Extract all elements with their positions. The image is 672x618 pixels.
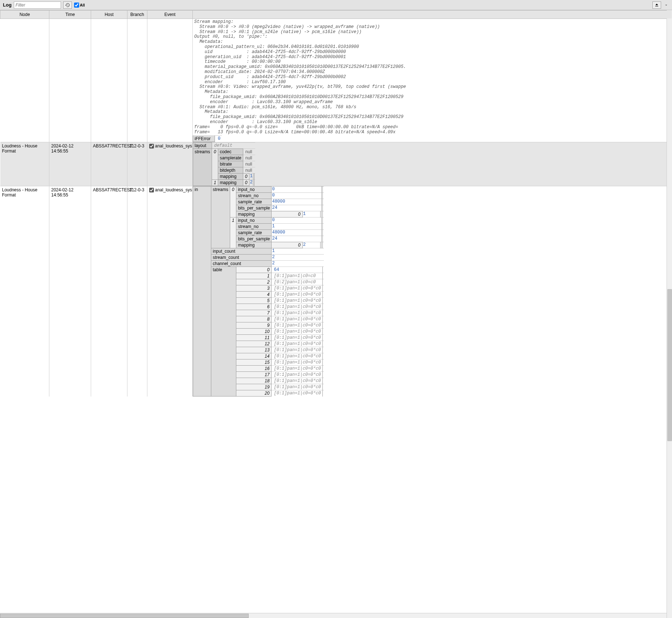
cell xyxy=(0,19,49,142)
log-table-container[interactable]: NodeTimeHostBranchEvent Stream mapping: … xyxy=(0,10,672,618)
column-header[interactable]: Event xyxy=(147,11,193,19)
table-row-index: 20 xyxy=(236,390,272,397)
property-key: bits_per_sample xyxy=(236,236,272,242)
table-row-index: 13 xyxy=(236,347,272,353)
table-row-index: 5 xyxy=(236,298,272,304)
table-row-value: [0:1]pan=1|c0=0*c0 xyxy=(272,316,323,322)
property-value: 48000 xyxy=(272,230,322,236)
eject-button[interactable] xyxy=(652,1,661,9)
count-key: stream_count xyxy=(211,255,272,261)
property-value: 0 xyxy=(272,193,322,199)
table-row-index: 0 xyxy=(236,267,272,273)
table-row: Loudness - House Format2024-02-12 14:56:… xyxy=(0,186,672,397)
cell: 2024-02-12 14:56:55 xyxy=(49,186,91,397)
property-key: sample_rate xyxy=(236,199,272,205)
table-row-index: 12 xyxy=(236,341,272,347)
table-row-value: [0:1]pan=1|c0=0*c0 xyxy=(272,359,323,366)
table-row-index: 4 xyxy=(236,292,272,298)
column-header[interactable]: Branch xyxy=(127,11,147,19)
menu-dropdown-button[interactable] xyxy=(663,1,669,9)
table-row-value: [0:1]pan=1|c0=0*c0 xyxy=(272,353,323,359)
eject-icon xyxy=(654,3,659,8)
property-key: mapping xyxy=(218,174,243,180)
table-row-index: 17 xyxy=(236,372,272,378)
mapping-value: 1 xyxy=(302,211,320,217)
mapping-index: 0 xyxy=(272,211,302,217)
table-row-index: 19 xyxy=(236,384,272,390)
count-value: 2 xyxy=(272,261,324,267)
property-value: 24 xyxy=(272,236,322,242)
count-value: 2 xyxy=(272,255,324,261)
cell: Loudness - House Format xyxy=(0,186,49,397)
cell: Loudness - House Format xyxy=(0,142,49,186)
vertical-scrollbar[interactable]: ▲ xyxy=(667,10,672,618)
table-row-value: [0:2]pan=1|c0=c0 xyxy=(272,279,323,285)
property-value: null xyxy=(243,149,255,155)
toolbar: Log All xyxy=(0,0,672,10)
mapping-index: 0 xyxy=(272,242,302,248)
table-row-value: [0:1]pan=1|c0=0*c0 xyxy=(272,292,323,298)
log-title: Log xyxy=(3,2,12,8)
table-row-value: [0:1]pan=1|c0=0*c0 xyxy=(272,378,323,384)
mapping-index: 0 xyxy=(243,174,249,180)
cell: 112-0-3 xyxy=(127,142,147,186)
property-value: 0 xyxy=(272,187,322,193)
property-key: input_no xyxy=(236,217,272,224)
layout-value: default xyxy=(212,143,254,149)
table-row-index: 18 xyxy=(236,378,272,384)
event-label: anal_loudness_sys xyxy=(155,187,192,192)
history-button[interactable] xyxy=(63,1,72,9)
mapping-index: 0 xyxy=(243,180,249,186)
event-cell xyxy=(147,19,193,142)
property-key: mapping xyxy=(218,180,243,186)
stream-index: 0 xyxy=(230,187,236,217)
details-cell: layoutdefaultstreams0codecnullsamplerate… xyxy=(193,142,672,186)
details-cell: Stream mapping: Stream #0:0 -> #0:0 (mpe… xyxy=(193,19,672,142)
column-header[interactable]: Host xyxy=(91,11,127,19)
property-value: null xyxy=(243,167,255,174)
property-key: mapping xyxy=(236,242,272,248)
property-key: input_no xyxy=(236,187,272,193)
cell xyxy=(49,19,91,142)
stream-index: 1 xyxy=(230,217,236,248)
cell: 2024-02-12 14:56:55 xyxy=(49,142,91,186)
column-header[interactable]: Time xyxy=(49,11,91,19)
cell: ABSSAT7RECTEST xyxy=(91,142,127,186)
property-key: stream_no xyxy=(236,224,272,230)
table-row-index: 14 xyxy=(236,353,272,359)
table-row-value: 64 xyxy=(272,267,323,273)
table-row-index: 6 xyxy=(236,304,272,310)
all-checkbox[interactable] xyxy=(74,3,79,8)
event-checkbox[interactable] xyxy=(149,144,154,149)
column-header[interactable] xyxy=(193,11,672,19)
table-row-index: 15 xyxy=(236,359,272,366)
cell xyxy=(127,19,147,142)
layout-key: layout xyxy=(193,143,212,149)
all-checkbox-wrap: All xyxy=(74,3,85,8)
column-header[interactable]: Node xyxy=(0,11,49,19)
horizontal-scrollbar[interactable] xyxy=(0,613,672,618)
details-cell: instreams0input_no0stream_no0sample_rate… xyxy=(193,186,672,397)
table-row-value: [0:1]pan=1|c0=0*c0 xyxy=(272,347,323,353)
event-label: anal_loudness_sys xyxy=(155,143,192,149)
filter-input[interactable] xyxy=(14,1,61,9)
mapping-value: 2 xyxy=(302,242,320,248)
cell: 112-0-3 xyxy=(127,186,147,397)
stream-index: 1 xyxy=(212,180,218,186)
table-row-value: [0:1]pan=1|c0=0*c0 xyxy=(272,322,323,329)
table-body: Stream mapping: Stream #0:0 -> #0:0 (mpe… xyxy=(0,19,672,397)
property-key: stream_no xyxy=(236,193,272,199)
property-value: 24 xyxy=(272,205,322,211)
table-row-value: [0:1]pan=1|c0=0*c0 xyxy=(272,384,323,390)
property-key: samplerate xyxy=(218,155,243,161)
chevron-down-icon xyxy=(664,3,668,7)
property-value: 0 xyxy=(272,217,322,224)
streams-key: streams xyxy=(211,187,230,248)
property-key: bitdepth xyxy=(218,167,243,174)
event-checkbox[interactable] xyxy=(149,188,154,192)
ifferror-value: 0 xyxy=(215,136,222,142)
count-key: channel_count xyxy=(211,261,272,267)
table-header-row: NodeTimeHostBranchEvent xyxy=(0,11,672,19)
mapping-value: 2 xyxy=(249,180,253,186)
table-row-index: 16 xyxy=(236,366,272,372)
